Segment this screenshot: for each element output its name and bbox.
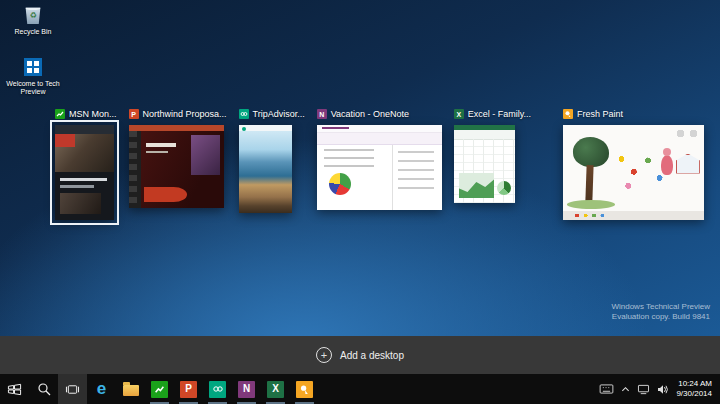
thumbnail-art	[573, 137, 609, 167]
watermark-line2: Evaluation copy. Build 9841	[611, 312, 710, 322]
touch-keyboard-button[interactable]	[599, 384, 614, 394]
add-desktop-label: Add a desktop	[340, 350, 404, 361]
file-explorer-button[interactable]	[116, 374, 145, 404]
thumbnail-art	[146, 143, 176, 146]
thumbnail-art	[661, 155, 673, 175]
window-title: MSN Mon...	[69, 109, 117, 119]
thumbnail-art	[676, 154, 700, 174]
excel-icon: X	[267, 381, 284, 398]
welcome-tech-preview-desktop-icon[interactable]: Welcome to Tech Preview	[4, 58, 62, 96]
window-title-bar: X Excel - Family...	[454, 107, 531, 121]
thumbnail-art	[55, 125, 114, 134]
thumbnail-art	[60, 178, 107, 181]
internet-explorer-icon: e	[97, 379, 106, 399]
taskbar-app-fresh-paint[interactable]	[290, 374, 319, 404]
recycle-bin-label: Recycle Bin	[4, 28, 62, 36]
task-view-window-onenote[interactable]: N Vacation - OneNote	[317, 107, 442, 210]
window-title: TripAdvisor...	[253, 109, 305, 119]
tripadvisor-icon	[239, 109, 249, 119]
thumbnail-art	[317, 125, 442, 133]
network-icon	[637, 384, 650, 395]
clock-date: 9/30/2014	[676, 389, 712, 399]
tripadvisor-icon	[209, 381, 226, 398]
powerpoint-icon: P	[129, 109, 139, 119]
desktops-bar: + Add a desktop	[0, 336, 720, 374]
fresh-paint-icon	[563, 109, 573, 119]
window-thumbnail	[563, 125, 704, 220]
thumbnail-art	[674, 129, 700, 138]
onenote-icon: N	[317, 109, 327, 119]
onenote-icon: N	[238, 381, 255, 398]
start-button[interactable]	[0, 374, 29, 404]
thumbnail-art	[324, 149, 374, 169]
thumbnail-art	[60, 185, 94, 188]
task-view-window-tripadvisor[interactable]: TripAdvisor...	[239, 107, 305, 213]
task-view-row: MSN Mon... P Northwind Proposa...	[55, 107, 704, 220]
thumbnail-art	[191, 135, 220, 175]
thumbnail-art	[317, 133, 442, 145]
recycle-bin-icon	[23, 6, 43, 26]
windows-logo-icon	[7, 382, 22, 397]
powerpoint-icon: P	[180, 381, 197, 398]
taskbar-app-msn-money[interactable]	[145, 374, 174, 404]
folder-icon	[123, 385, 139, 396]
window-title: Fresh Paint	[577, 109, 623, 119]
taskbar-clock[interactable]: 10:24 AM 9/30/2014	[676, 379, 712, 399]
taskbar-app-excel[interactable]: X	[261, 374, 290, 404]
task-view-window-powerpoint[interactable]: P Northwind Proposa...	[129, 107, 227, 208]
task-view-button[interactable]	[58, 374, 87, 404]
thumbnail-art	[563, 211, 704, 221]
search-button[interactable]	[29, 374, 58, 404]
thumbnail-art	[567, 200, 615, 209]
welcome-label: Welcome to Tech Preview	[4, 80, 62, 96]
thumbnail-art	[398, 151, 434, 192]
thumbnail-art	[242, 127, 246, 131]
thumbnail-art	[60, 193, 101, 214]
thumbnail-art	[459, 173, 494, 198]
taskbar: e P N X	[0, 374, 720, 404]
window-title-bar: P Northwind Proposa...	[129, 107, 227, 121]
windows-tile-icon	[23, 58, 43, 78]
window-thumbnail	[55, 125, 114, 220]
window-thumbnail	[317, 125, 442, 210]
thumbnail-art	[329, 173, 351, 195]
window-title-bar: Fresh Paint	[563, 107, 704, 121]
plus-circle-icon: +	[316, 347, 332, 363]
keyboard-icon	[599, 384, 614, 394]
chevron-up-icon	[621, 386, 630, 393]
task-view-window-fresh-paint[interactable]: Fresh Paint	[563, 107, 704, 220]
msn-money-icon	[151, 381, 168, 398]
excel-icon: X	[454, 109, 464, 119]
show-hidden-icons-button[interactable]	[621, 386, 630, 393]
window-title: Excel - Family...	[468, 109, 531, 119]
thumbnail-art	[55, 134, 75, 147]
windows-desktop-task-view: Recycle Bin Welcome to Tech Preview MSN …	[0, 0, 720, 404]
build-watermark: Windows Technical Preview Evaluation cop…	[611, 302, 710, 322]
window-title: Vacation - OneNote	[331, 109, 409, 119]
window-thumbnail	[129, 125, 224, 208]
fresh-paint-icon	[296, 381, 313, 398]
taskbar-app-tripadvisor[interactable]	[203, 374, 232, 404]
desktop-wallpaper[interactable]: Recycle Bin Welcome to Tech Preview MSN …	[0, 0, 720, 336]
window-title: Northwind Proposa...	[143, 109, 227, 119]
internet-explorer-button[interactable]: e	[87, 374, 116, 404]
window-thumbnail	[454, 125, 515, 203]
thumbnail-art	[146, 151, 169, 153]
volume-button[interactable]	[657, 384, 669, 395]
add-desktop-button[interactable]: + Add a desktop	[310, 346, 410, 364]
thumbnail-art	[585, 165, 593, 201]
task-view-window-excel[interactable]: X Excel - Family...	[454, 107, 531, 203]
clock-time: 10:24 AM	[676, 379, 712, 389]
system-tray: 10:24 AM 9/30/2014	[599, 374, 720, 404]
taskbar-app-onenote[interactable]: N	[232, 374, 261, 404]
thumbnail-art	[392, 145, 393, 210]
taskbar-app-powerpoint[interactable]: P	[174, 374, 203, 404]
watermark-line1: Windows Technical Preview	[611, 302, 710, 312]
search-icon	[37, 382, 51, 396]
recycle-bin-desktop-icon[interactable]: Recycle Bin	[4, 6, 62, 36]
window-title-bar: MSN Mon...	[55, 107, 117, 121]
task-view-window-msn-money[interactable]: MSN Mon...	[55, 107, 117, 220]
speaker-icon	[657, 384, 669, 395]
thumbnail-art	[129, 131, 141, 208]
network-button[interactable]	[637, 384, 650, 395]
